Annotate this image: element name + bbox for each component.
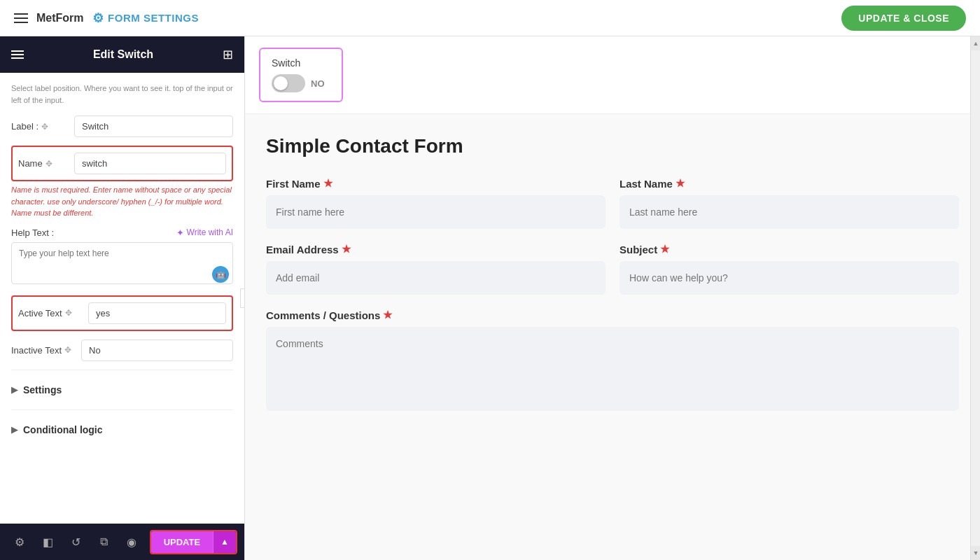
last-name-group: Last Name ★	[620, 177, 959, 229]
subject-label: Subject ★	[620, 243, 959, 255]
header-left: MetForm ⚙ FORM SETTINGS	[14, 10, 199, 26]
settings-label: Settings	[23, 384, 62, 396]
history-toolbar-icon[interactable]: ↺	[63, 529, 88, 554]
help-textarea-wrapper: 🤖	[11, 242, 233, 287]
divider-2	[11, 410, 233, 410]
scroll-up-button[interactable]: ▲	[971, 36, 980, 50]
conditional-logic-accordion: ▶ Conditional logic	[11, 419, 233, 441]
first-name-group: First Name ★	[266, 177, 606, 229]
main-layout: Edit Switch ⊞ Select label position. Whe…	[0, 36, 980, 560]
toggle-container: NO	[272, 74, 330, 92]
update-button-wrapper: UPDATE ▲	[150, 530, 237, 554]
conditional-arrow-icon: ▶	[11, 425, 18, 435]
form-settings-label: FORM SETTINGS	[108, 12, 199, 24]
update-button[interactable]: UPDATE	[151, 531, 213, 553]
panel-body: Select label position. Where you want to…	[0, 73, 244, 560]
scroll-arrows: ▲ ▼	[970, 36, 980, 560]
email-label: Email Address ★	[266, 243, 606, 255]
grid-icon[interactable]: ⊞	[223, 47, 233, 62]
form-settings-link[interactable]: ⚙ FORM SETTINGS	[92, 10, 199, 26]
email-input[interactable]	[266, 261, 606, 295]
form-preview-area: Simple Contact Form First Name ★ Last Na…	[245, 114, 980, 560]
email-group: Email Address ★	[266, 243, 606, 295]
ai-sparkle-icon: ✦	[176, 227, 184, 238]
write-ai-button[interactable]: ✦ Write with AI	[176, 227, 233, 238]
preview-switch-area: Switch NO	[245, 36, 980, 114]
name-field-row: Name ✥	[11, 146, 233, 181]
settings-accordion: ▶ Settings	[11, 379, 233, 401]
inactive-text-label: Inactive Text ✥	[11, 345, 81, 356]
subject-input[interactable]	[620, 261, 959, 295]
conditional-logic-label: Conditional logic	[23, 424, 103, 435]
last-name-label: Last Name ★	[620, 177, 959, 190]
last-name-required-star: ★	[676, 177, 685, 190]
divider-1	[11, 370, 233, 370]
first-name-input[interactable]	[266, 195, 606, 229]
hint-text: Select label position. Where you want to…	[11, 83, 233, 106]
label-field-label: Label : ✥	[11, 121, 74, 132]
update-close-button[interactable]: UPDATE & CLOSE	[841, 6, 966, 31]
preview-toolbar-icon[interactable]: ◉	[119, 529, 144, 554]
comments-required-star: ★	[383, 309, 392, 321]
active-move-icon: ✥	[65, 308, 72, 318]
active-text-row: Active Text ✥	[11, 295, 233, 331]
app-name: MetForm	[36, 12, 84, 24]
name-field-label: Name ✥	[18, 158, 74, 169]
settings-accordion-header[interactable]: ▶ Settings	[11, 379, 233, 401]
panel-header: Edit Switch ⊞	[0, 36, 244, 73]
left-panel: Edit Switch ⊞ Select label position. Whe…	[0, 36, 245, 560]
help-textarea[interactable]	[11, 242, 233, 284]
label-field-row: Label : ✥	[11, 115, 233, 137]
name-hint: Name is must required. Enter name withou…	[11, 184, 233, 219]
form-row-2: Email Address ★ Subject ★	[266, 243, 959, 295]
help-text-label: Help Text :	[11, 227, 54, 238]
comments-textarea[interactable]	[266, 327, 959, 411]
switch-preview-box: Switch NO	[259, 48, 343, 102]
bottom-toolbar: ⚙ ◧ ↺ ⧉ ◉ UPDATE ▲	[0, 524, 244, 560]
label-input[interactable]	[74, 115, 233, 137]
copy-toolbar-icon[interactable]: ⧉	[91, 529, 116, 554]
settings-arrow-icon: ▶	[11, 385, 18, 395]
ai-bot-icon[interactable]: 🤖	[212, 266, 229, 283]
form-title: Simple Contact Form	[266, 135, 959, 158]
help-text-header: Help Text : ✦ Write with AI	[11, 227, 233, 238]
subject-group: Subject ★	[620, 243, 959, 295]
comments-group: Comments / Questions ★	[266, 309, 959, 411]
name-move-icon: ✥	[46, 159, 52, 169]
conditional-logic-header[interactable]: ▶ Conditional logic	[11, 419, 233, 441]
last-name-input[interactable]	[620, 195, 959, 229]
panel-menu-icon[interactable]	[11, 50, 24, 59]
layers-toolbar-icon[interactable]: ◧	[35, 529, 60, 554]
collapse-panel-button[interactable]: ‹	[240, 288, 245, 308]
inactive-move-icon: ✥	[64, 345, 71, 355]
active-text-label: Active Text ✥	[18, 308, 88, 318]
inactive-text-row: Inactive Text ✥	[11, 340, 233, 361]
name-input[interactable]	[74, 153, 226, 174]
update-caret-button[interactable]: ▲	[213, 531, 236, 553]
switch-preview-label: Switch	[272, 57, 330, 69]
app-header: MetForm ⚙ FORM SETTINGS UPDATE & CLOSE	[0, 0, 980, 36]
email-required-star: ★	[342, 243, 351, 255]
form-row-3: Comments / Questions ★	[266, 309, 959, 411]
right-panel: Switch NO Simple Contact Form First Name…	[245, 36, 980, 560]
settings-toolbar-icon[interactable]: ⚙	[7, 529, 32, 554]
label-move-icon: ✥	[41, 122, 48, 132]
inactive-text-input[interactable]	[81, 340, 233, 361]
panel-title: Edit Switch	[93, 48, 153, 61]
first-name-label: First Name ★	[266, 177, 606, 190]
first-name-required-star: ★	[323, 177, 332, 190]
toggle-no-text: NO	[311, 78, 325, 89]
form-row-1: First Name ★ Last Name ★	[266, 177, 959, 229]
active-text-input[interactable]	[88, 302, 226, 324]
scroll-down-button[interactable]: ▼	[971, 546, 980, 560]
toggle-thumb	[274, 76, 288, 90]
help-text-section: Help Text : ✦ Write with AI 🤖	[11, 227, 233, 287]
comments-label: Comments / Questions ★	[266, 309, 959, 321]
hamburger-menu-icon[interactable]	[14, 13, 28, 23]
toggle-track[interactable]	[272, 74, 305, 92]
subject-required-star: ★	[660, 243, 669, 255]
gear-icon: ⚙	[92, 10, 104, 26]
